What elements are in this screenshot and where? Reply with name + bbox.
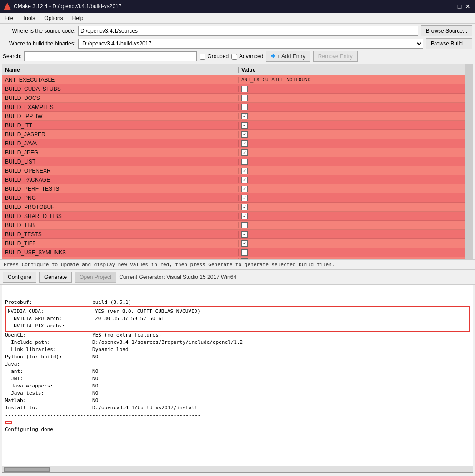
- config-checkbox[interactable]: [241, 177, 248, 183]
- configure-button[interactable]: Configure: [3, 272, 36, 283]
- advanced-label[interactable]: Advanced: [239, 53, 263, 60]
- search-label: Search:: [3, 53, 21, 60]
- cell-value[interactable]: [239, 131, 473, 138]
- config-checkbox[interactable]: [241, 231, 248, 238]
- output-line: Java tests: NO: [5, 390, 470, 397]
- config-table: Name Value ANT_EXECUTABLEANT_EXECUTABLE-…: [2, 64, 473, 259]
- config-checkbox[interactable]: [241, 140, 248, 147]
- cell-value[interactable]: [239, 258, 473, 260]
- grouped-label[interactable]: Grouped: [207, 53, 229, 60]
- cell-value[interactable]: [239, 222, 473, 228]
- config-checkbox[interactable]: [241, 86, 248, 92]
- menu-options[interactable]: Options: [41, 14, 65, 22]
- config-checkbox[interactable]: [241, 104, 248, 110]
- cell-value[interactable]: [239, 213, 473, 219]
- config-checkbox[interactable]: [241, 168, 248, 174]
- cell-value[interactable]: [239, 204, 473, 210]
- config-checkbox[interactable]: [241, 213, 248, 219]
- config-checkbox[interactable]: [241, 195, 248, 201]
- config-checkbox[interactable]: [241, 249, 248, 256]
- cell-name: BUILD_USE_SYMLINKS: [2, 249, 239, 256]
- table-row: BUILD_USE_SYMLINKS: [2, 248, 473, 257]
- config-checkbox[interactable]: [241, 131, 248, 138]
- cell-value[interactable]: [239, 249, 473, 256]
- cell-name: BUILD_PNG: [2, 195, 239, 201]
- source-input[interactable]: [78, 26, 418, 36]
- cell-value[interactable]: [239, 195, 473, 201]
- cell-name: BUILD_TESTS: [2, 231, 239, 238]
- build-select[interactable]: D:/opencv3.4.1/build-vs2017: [78, 39, 423, 49]
- browse-build-button[interactable]: Browse Build...: [426, 38, 472, 49]
- output-line: OpenCL: YES (no extra features): [5, 332, 470, 339]
- table-row: BUILD_PERF_TESTS: [2, 184, 473, 193]
- output-content: Protobuf: build (3.5.1)NVIDIA CUDA: YES …: [2, 285, 473, 466]
- table-row: BUILD_IPP_IW: [2, 112, 473, 121]
- table-scrollbar[interactable]: [465, 64, 473, 259]
- cell-name: BUILD_EXAMPLES: [2, 104, 239, 110]
- table-row: BUILD_ITT: [2, 121, 473, 130]
- cell-value[interactable]: [239, 122, 473, 129]
- menu-help[interactable]: Help: [70, 14, 86, 22]
- config-checkbox[interactable]: [241, 122, 248, 129]
- cell-value[interactable]: [239, 95, 473, 101]
- config-checkbox[interactable]: [241, 159, 248, 165]
- scrollbar-thumb[interactable]: [4, 467, 50, 472]
- title-bar-controls: — □ ✕: [448, 3, 471, 10]
- table-row: BUILD_JASPER: [2, 130, 473, 139]
- horizontal-scrollbar[interactable]: [2, 466, 473, 472]
- cell-value[interactable]: [239, 86, 473, 92]
- search-row: Search: Grouped Advanced ✚ + Add Entry R…: [3, 51, 472, 62]
- open-project-button[interactable]: Open Project: [75, 272, 116, 283]
- remove-entry-button[interactable]: Remove Entry: [313, 51, 358, 62]
- config-checkbox[interactable]: [241, 95, 248, 101]
- output-line: Link libraries: Dynamic load: [5, 346, 470, 353]
- config-checkbox[interactable]: [241, 222, 248, 228]
- generate-button[interactable]: Generate: [39, 272, 72, 283]
- output-line: Java:: [5, 361, 470, 368]
- cell-name: BUILD_JAVA: [2, 140, 239, 147]
- advanced-checkbox[interactable]: [231, 54, 237, 60]
- table-row: BUILD_OPENEXR: [2, 166, 473, 175]
- grouped-checkbox[interactable]: [200, 54, 205, 60]
- cell-value[interactable]: [239, 159, 473, 165]
- add-entry-label: + Add Entry: [277, 53, 305, 60]
- output-line: ----------------------------------------…: [5, 412, 470, 419]
- cell-value[interactable]: [239, 104, 473, 110]
- table-row: BUILD_PACKAGE: [2, 175, 473, 184]
- add-entry-button[interactable]: ✚ + Add Entry: [266, 51, 310, 62]
- cell-value[interactable]: [239, 186, 473, 192]
- build-row: Where to build the binaries: D:/opencv3.…: [3, 38, 472, 49]
- menu-file[interactable]: File: [2, 14, 16, 22]
- cell-value[interactable]: [239, 140, 473, 147]
- table-header: Name Value: [2, 64, 473, 75]
- menu-tools[interactable]: Tools: [20, 14, 38, 22]
- table-row: BUILD_EXAMPLES: [2, 103, 473, 112]
- cell-value[interactable]: [239, 177, 473, 183]
- close-button[interactable]: ✕: [464, 3, 471, 10]
- cell-value[interactable]: [239, 231, 473, 238]
- cell-value[interactable]: [239, 168, 473, 174]
- minimize-button[interactable]: —: [448, 3, 455, 10]
- browse-source-button[interactable]: Browse Source...: [421, 25, 472, 36]
- table-row: BUILD_WEBP: [2, 257, 473, 259]
- cell-name: BUILD_DOCS: [2, 95, 239, 101]
- search-input[interactable]: [24, 51, 197, 61]
- config-checkbox[interactable]: [241, 258, 248, 260]
- config-checkbox[interactable]: [241, 149, 248, 156]
- cell-value[interactable]: [239, 240, 473, 247]
- config-checkbox[interactable]: [241, 113, 248, 119]
- config-checkbox[interactable]: [241, 204, 248, 210]
- config-checkbox[interactable]: [241, 186, 248, 192]
- maximize-button[interactable]: □: [456, 3, 463, 10]
- output-line: NVIDIA CUDA: YES (ver 8.0, CUFFT CUBLAS …: [5, 306, 470, 332]
- cell-value[interactable]: [239, 149, 473, 156]
- output-line: Install to: D:/opencv3.4.1/build-vs2017/…: [5, 404, 470, 412]
- title-text: CMake 3.12.4 - D:/opencv3.4.1/build-vs20…: [14, 3, 121, 10]
- table-row: BUILD_JAVA: [2, 139, 473, 148]
- cell-value[interactable]: [239, 113, 473, 119]
- config-checkbox[interactable]: [241, 240, 248, 247]
- cell-name: BUILD_TIFF: [2, 240, 239, 247]
- table-body: ANT_EXECUTABLEANT_EXECUTABLE-NOTFOUNDBUI…: [2, 75, 473, 259]
- table-row: BUILD_CUDA_STUBS: [2, 84, 473, 94]
- cell-name: BUILD_PACKAGE: [2, 177, 239, 183]
